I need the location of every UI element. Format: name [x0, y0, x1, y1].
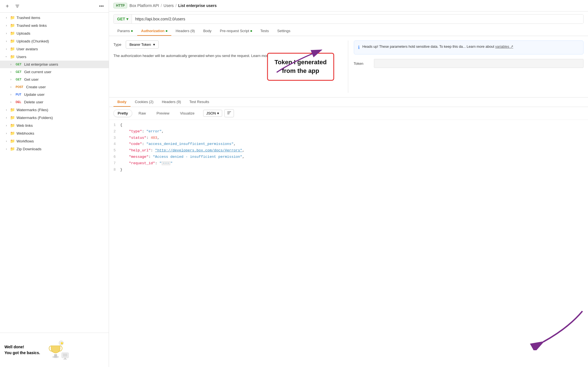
- raw-button[interactable]: Raw: [134, 109, 150, 117]
- sidebar-item-trashed-web-links[interactable]: › 📁 Trashed web links: [0, 22, 109, 29]
- sidebar-promo: Well done!You got the basics. ⭐ ⭐: [0, 333, 109, 367]
- sidebar-header: + •••: [0, 0, 109, 13]
- pretty-button[interactable]: Pretty: [113, 109, 132, 117]
- chevron-icon: ›: [4, 47, 8, 51]
- svg-rect-8: [63, 359, 67, 359]
- info-box: ℹ Heads up! These parameters hold sensit…: [354, 40, 584, 54]
- resp-tab-body[interactable]: Body: [113, 97, 131, 107]
- sidebar-item-workflows[interactable]: › 📁 Workflows: [0, 137, 109, 145]
- sidebar-item-create-user[interactable]: › POST Create user: [0, 83, 109, 91]
- folder-icon: 📁: [10, 15, 15, 20]
- sidebar-item-zip-downloads[interactable]: › 📁 Zip Downloads: [0, 145, 109, 153]
- variables-link[interactable]: variables ↗: [495, 45, 513, 49]
- sidebar-item-list-enterprise-users[interactable]: › GET List enterprise users: [0, 61, 109, 68]
- auth-right: ℹ Heads up! These parameters hold sensit…: [348, 40, 584, 93]
- sidebar-item-update-user[interactable]: › PUT Update user: [0, 91, 109, 98]
- sidebar-item-watermarks-files[interactable]: › 📁 Watermarks (Files): [0, 106, 109, 114]
- auth-link[interactable]: authorization ↗: [281, 54, 306, 58]
- filter-button[interactable]: [13, 2, 21, 10]
- folder-icon: 📁: [10, 123, 15, 128]
- code-line-8: 8 }: [109, 167, 588, 173]
- folder-icon: 📁: [10, 139, 15, 143]
- folder-icon: 📁: [10, 54, 15, 59]
- visualize-button[interactable]: Visualize: [176, 109, 199, 117]
- auth-panel: Type Bearer Token ▾ The authorization he…: [109, 36, 588, 97]
- token-input[interactable]: [374, 59, 584, 68]
- chevron-icon: ›: [4, 23, 8, 27]
- bearer-token-label: Bearer Token: [129, 42, 151, 47]
- breadcrumb-api: Box Platform API: [129, 3, 159, 8]
- url-bar: GET ▾: [113, 14, 584, 24]
- promo-text: Well done!You got the basics.: [4, 344, 40, 356]
- sidebar-item-get-user[interactable]: › GET Get user: [0, 76, 109, 83]
- chevron-icon: ›: [9, 85, 13, 89]
- put-badge: PUT: [15, 93, 22, 96]
- tab-tests[interactable]: Tests: [257, 27, 273, 36]
- auth-description: The authorization header will be automat…: [113, 53, 343, 59]
- add-button[interactable]: +: [3, 2, 11, 10]
- type-label: Type: [113, 42, 121, 47]
- sidebar-item-uploads-chunked[interactable]: › 📁 Uploads (Chunked): [0, 37, 109, 45]
- del-badge: DEL: [15, 100, 22, 104]
- chevron-icon: ›: [9, 63, 13, 66]
- code-line-7: 7 "request_id": "···": [109, 160, 588, 167]
- code-line-4: 4 "code": "access_denied_insufficient_pe…: [109, 141, 588, 147]
- token-label: Token: [354, 61, 371, 66]
- json-chevron-icon: ▾: [217, 111, 219, 115]
- sidebar-item-webhooks[interactable]: › 📁 Webhooks: [0, 129, 109, 137]
- folder-icon: 📁: [10, 115, 15, 120]
- sidebar-item-get-current-user[interactable]: › GET Get current user: [0, 68, 109, 76]
- sidebar-item-web-links[interactable]: › 📁 Web links: [0, 121, 109, 129]
- sidebar-item-delete-user[interactable]: › DEL Delete user: [0, 98, 109, 106]
- post-badge: POST: [15, 85, 24, 89]
- svg-rect-3: [54, 354, 57, 358]
- main-content: HTTP Box Platform API / Users / List ent…: [109, 0, 588, 367]
- sidebar-item-watermarks-folders[interactable]: › 📁 Watermarks (Folders): [0, 114, 109, 121]
- resp-tab-cookies[interactable]: Cookies (2): [131, 97, 157, 107]
- chevron-icon: ›: [4, 16, 8, 20]
- chevron-icon: ›: [4, 31, 8, 35]
- resp-tab-headers[interactable]: Headers (9): [158, 97, 185, 107]
- more-button[interactable]: •••: [98, 2, 105, 10]
- bearer-chevron-icon: ▾: [153, 42, 155, 47]
- params-dot: [131, 30, 133, 32]
- chevron-icon: ›: [4, 147, 8, 151]
- sidebar-item-trashed-items[interactable]: › 📁 Trashed items: [0, 14, 109, 22]
- response-area: Body Cookies (2) Headers (9) Test Result…: [109, 97, 588, 367]
- tab-body[interactable]: Body: [199, 27, 215, 36]
- tab-settings[interactable]: Settings: [273, 27, 294, 36]
- wrap-button[interactable]: [224, 109, 234, 117]
- sidebar-item-users[interactable]: › 📁 Users: [0, 53, 109, 61]
- folder-icon: 📁: [10, 47, 15, 51]
- code-line-2: 2 "type": "error",: [109, 128, 588, 135]
- sidebar-item-uploads[interactable]: › 📁 Uploads: [0, 29, 109, 37]
- resp-tab-test-results[interactable]: Test Results: [186, 97, 213, 107]
- tab-headers[interactable]: Headers (9): [172, 27, 199, 36]
- response-format-bar: Pretty Raw Preview Visualize JSON ▾: [109, 107, 588, 120]
- bearer-token-select[interactable]: Bearer Token ▾: [126, 40, 159, 49]
- preview-button[interactable]: Preview: [152, 109, 174, 117]
- chevron-icon: ›: [9, 100, 13, 104]
- tab-params[interactable]: Params: [113, 27, 137, 36]
- tab-pre-request-script[interactable]: Pre-request Script: [216, 27, 256, 36]
- method-select[interactable]: GET ▾: [114, 15, 132, 23]
- info-icon: ℹ: [358, 44, 360, 51]
- chevron-icon: ›: [4, 39, 8, 43]
- chevron-icon: ›: [4, 139, 8, 143]
- svg-rect-7: [65, 358, 66, 359]
- sidebar: + ••• › 📁 Trashed items › 📁 Trashed web …: [0, 0, 109, 367]
- tab-authorization[interactable]: Authorization: [137, 27, 171, 36]
- chevron-icon: ›: [9, 78, 13, 82]
- breadcrumb-users: Users: [163, 3, 174, 8]
- http-badge: HTTP: [113, 3, 127, 8]
- json-select[interactable]: JSON ▾: [203, 110, 222, 117]
- folder-icon: 📁: [10, 39, 15, 43]
- code-line-3: 3 "status": 403,: [109, 135, 588, 141]
- topbar: HTTP Box Platform API / Users / List ent…: [109, 0, 588, 11]
- code-line-1: 1 {: [109, 122, 588, 128]
- pre-dot: [250, 30, 252, 32]
- auth-left: Type Bearer Token ▾ The authorization he…: [113, 40, 348, 93]
- chevron-icon: ›: [4, 55, 8, 59]
- sidebar-item-user-avatars[interactable]: › 📁 User avatars: [0, 45, 109, 53]
- url-input[interactable]: [132, 15, 583, 23]
